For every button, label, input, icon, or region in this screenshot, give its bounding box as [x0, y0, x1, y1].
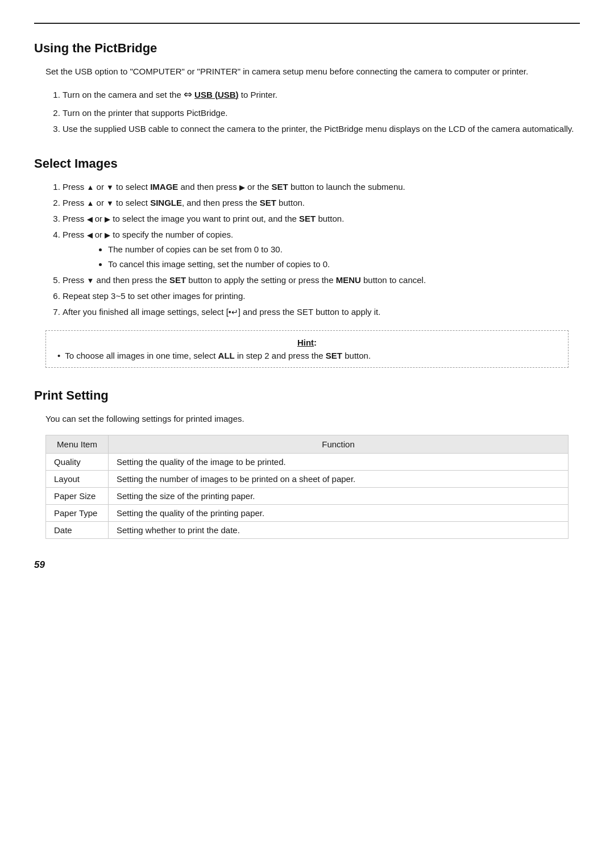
pictbridge-step-2: Turn on the printer that supports PictBr…	[63, 106, 580, 120]
return-icon: •↵	[229, 306, 238, 318]
table-body: Quality Setting the quality of the image…	[46, 453, 569, 538]
row-layout-name: Layout	[46, 470, 109, 487]
arrow-right-icon-2	[105, 214, 110, 223]
select-step-3: Press or to select the image you want to…	[63, 212, 580, 226]
row-papersize-name: Paper Size	[46, 487, 109, 504]
row-papertype-name: Paper Type	[46, 504, 109, 521]
pictbridge-section: Using the PictBridge Set the USB option …	[34, 41, 580, 136]
select-images-title: Select Images	[34, 156, 580, 171]
menu-label: MENU	[336, 275, 361, 285]
select-step-1: Press or to select IMAGE and then press …	[63, 180, 580, 194]
step1-text-after: to Printer.	[241, 90, 277, 99]
arrow-up-icon-2	[87, 198, 94, 207]
hint-text: To choose all images in one time, select…	[65, 351, 371, 360]
usb-icon: ⇔	[184, 86, 192, 103]
pictbridge-steps: Turn on the camera and set the ⇔ USB (US…	[63, 88, 580, 136]
select-images-steps: Press or to select IMAGE and then press …	[63, 180, 580, 319]
table-row: Quality Setting the quality of the image…	[46, 453, 569, 470]
select-step-2: Press or to select SINGLE, and then pres…	[63, 196, 580, 210]
print-setting-section: Print Setting You can set the following …	[34, 388, 580, 539]
set-label-hint: SET	[326, 351, 342, 360]
step1-text-before: Turn on the camera and set the	[63, 90, 184, 99]
select-step-6: Repeat step 3~5 to set other images for …	[63, 289, 580, 303]
copies-bullet-2: To cancel this image setting, set the nu…	[108, 258, 580, 271]
table-row: Date Setting whether to print the date.	[46, 521, 569, 538]
hint-box: Hint: • To choose all images in one time…	[45, 330, 569, 368]
copies-bullets: The number of copies can be set from 0 t…	[108, 243, 580, 271]
table-row: Layout Setting the number of images to b…	[46, 470, 569, 487]
table-header-row: Menu Item Function	[46, 435, 569, 453]
set-label-2: SET	[260, 198, 276, 207]
select-images-section: Select Images Press or to select IMAGE a…	[34, 156, 580, 368]
print-setting-title: Print Setting	[34, 388, 580, 403]
hint-title-text: Hint	[297, 338, 314, 347]
all-label: ALL	[218, 351, 235, 360]
row-papertype-function: Setting the quality of the printing pape…	[109, 504, 569, 521]
row-layout-function: Setting the number of images to be print…	[109, 470, 569, 487]
print-settings-table: Menu Item Function Quality Setting the q…	[45, 435, 569, 539]
arrow-down-icon-2	[106, 198, 114, 207]
print-setting-intro: You can set the following settings for p…	[45, 412, 580, 426]
row-date-name: Date	[46, 521, 109, 538]
select-step-7: After you finished all image settings, s…	[63, 305, 580, 319]
single-label: SINGLE	[150, 198, 182, 207]
arrow-up-icon	[87, 182, 94, 192]
arrow-down-icon-3	[87, 275, 94, 285]
set-label-3: SET	[299, 214, 316, 223]
set-label-4: SET	[169, 275, 186, 285]
print-settings-table-container: Menu Item Function Quality Setting the q…	[45, 435, 569, 539]
row-date-function: Setting whether to print the date.	[109, 521, 569, 538]
hint-content: • To choose all images in one time, sele…	[57, 351, 557, 360]
select-step-4: Press or to specify the number of copies…	[63, 228, 580, 271]
row-papersize-function: Setting the size of the printing paper.	[109, 487, 569, 504]
pictbridge-title: Using the PictBridge	[34, 41, 580, 56]
hint-bullet-symbol: •	[57, 351, 60, 360]
pictbridge-intro: Set the USB option to "COMPUTER" or "PRI…	[45, 65, 580, 78]
arrow-left-icon-2	[87, 230, 93, 239]
table-row: Paper Size Setting the size of the print…	[46, 487, 569, 504]
row-quality-function: Setting the quality of the image to be p…	[109, 453, 569, 470]
table-row: Paper Type Setting the quality of the pr…	[46, 504, 569, 521]
col-header-menu-item: Menu Item	[46, 435, 109, 453]
arrow-down-icon	[106, 182, 114, 192]
top-divider	[34, 23, 580, 24]
pictbridge-step-3: Use the supplied USB cable to connect th…	[63, 122, 580, 136]
page-number: 59	[34, 559, 580, 571]
step3-text: Use the supplied USB cable to connect th…	[63, 124, 574, 134]
usb-label: USB (USB)	[194, 90, 239, 99]
set-label-1: SET	[272, 182, 288, 192]
hint-title: Hint:	[57, 338, 557, 347]
copies-bullet-1: The number of copies can be set from 0 t…	[108, 243, 580, 256]
pictbridge-step-1: Turn on the camera and set the ⇔ USB (US…	[63, 88, 580, 104]
col-header-function: Function	[109, 435, 569, 453]
arrow-right-icon	[239, 182, 245, 192]
image-label: IMAGE	[150, 182, 178, 192]
select-step-5: Press and then press the SET button to a…	[63, 273, 580, 287]
step2-text: Turn on the printer that supports PictBr…	[63, 108, 227, 118]
row-quality-name: Quality	[46, 453, 109, 470]
arrow-left-icon	[87, 214, 93, 223]
arrow-right-icon-3	[105, 230, 110, 239]
